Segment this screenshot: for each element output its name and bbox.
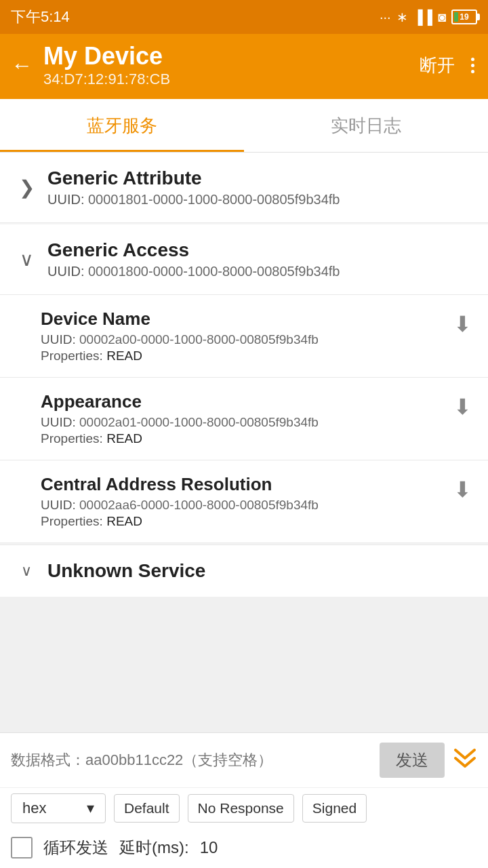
device-name-char-title: Device Name bbox=[41, 309, 319, 330]
service-generic-access: ∨ Generic Access UUID: 00001800-0000-100… bbox=[0, 224, 488, 543]
hex-format-label: hex bbox=[22, 800, 46, 817]
generic-attribute-info: Generic Attribute UUID: 00001801-0000-10… bbox=[47, 167, 340, 208]
download-central-address-button[interactable]: ⬇ bbox=[453, 477, 472, 502]
generic-access-uuid-value: 00001800-0000-1000-8000-00805f9b34fb bbox=[88, 264, 340, 279]
device-name: My Device bbox=[43, 42, 409, 71]
generic-access-name: Generic Access bbox=[47, 239, 340, 261]
chevron-down-icon: ∨ bbox=[16, 248, 37, 271]
chevron-right-icon: ❯ bbox=[16, 176, 37, 199]
appearance-char-uuid-value: 00002a01-0000-1000-8000-00805f9b34fb bbox=[79, 415, 319, 429]
device-name-char-uuid: UUID: 00002a00-0000-1000-8000-00805f9b34… bbox=[41, 332, 319, 347]
signal-dots-icon: ··· bbox=[380, 9, 391, 25]
uuid-label: UUID: bbox=[47, 192, 88, 207]
central-address-char-info: Central Address Resolution UUID: 00002aa… bbox=[41, 474, 319, 529]
signal-bars-icon: ▐▐ bbox=[413, 9, 432, 25]
chevron-double-down-icon bbox=[453, 749, 477, 768]
chevron-down-small-icon: ∨ bbox=[16, 562, 37, 580]
signed-option-button[interactable]: Signed bbox=[302, 794, 367, 823]
expand-button[interactable] bbox=[453, 748, 477, 773]
tab-realtime-log[interactable]: 实时日志 bbox=[244, 99, 488, 152]
generic-access-uuid: UUID: 00001800-0000-1000-8000-00805f9b34… bbox=[47, 264, 340, 279]
central-address-char-uuid: UUID: 00002aa6-0000-1000-8000-00805f9b34… bbox=[41, 498, 319, 513]
loop-row: 循环发送 延时(ms): 10 bbox=[0, 831, 488, 868]
download-device-name-button[interactable]: ⬇ bbox=[453, 311, 472, 337]
format-select[interactable]: hex ▾ bbox=[11, 793, 106, 823]
dropdown-arrow-icon: ▾ bbox=[87, 800, 94, 817]
delay-value: 10 bbox=[200, 838, 218, 857]
central-address-char-title: Central Address Resolution bbox=[41, 474, 319, 495]
loop-send-checkbox[interactable] bbox=[11, 837, 33, 859]
device-name-char-props: Properties: READ bbox=[41, 349, 319, 363]
more-dot bbox=[471, 70, 474, 73]
device-name-char-uuid-value: 00002a00-0000-1000-8000-00805f9b34fb bbox=[79, 332, 319, 347]
central-address-props-value: READ bbox=[106, 514, 142, 528]
unknown-service-info: Unknown Service bbox=[47, 560, 205, 582]
device-address: 34:D7:12:91:78:CB bbox=[43, 71, 409, 88]
no-response-option-button[interactable]: No Response bbox=[188, 794, 294, 823]
battery-fill bbox=[454, 12, 458, 22]
battery-level: 19 bbox=[460, 12, 468, 22]
tab-bar: 蓝牙服务 实时日志 bbox=[0, 99, 488, 153]
central-address-char-uuid-value: 00002aa6-0000-1000-8000-00805f9b34fb bbox=[79, 498, 319, 512]
service-unknown: ∨ Unknown Service bbox=[0, 545, 488, 597]
app-title-area: My Device 34:D7:12:91:78:CB bbox=[43, 42, 409, 88]
bluetooth-icon: ∗ bbox=[396, 9, 408, 25]
app-bar-actions: 断开 bbox=[420, 54, 477, 77]
back-button[interactable]: ← bbox=[11, 53, 33, 78]
service-unknown-header[interactable]: ∨ Unknown Service bbox=[0, 545, 488, 597]
status-icons: ··· ∗ ▐▐ ◙ 19 bbox=[380, 9, 477, 25]
device-name-props-value: READ bbox=[106, 349, 142, 363]
generic-access-info: Generic Access UUID: 00001800-0000-1000-… bbox=[47, 239, 340, 279]
send-button[interactable]: 发送 bbox=[380, 743, 445, 778]
status-time: 下午5:14 bbox=[11, 7, 70, 27]
service-generic-attribute-header[interactable]: ❯ Generic Attribute UUID: 00001801-0000-… bbox=[0, 153, 488, 223]
more-options-button[interactable] bbox=[468, 55, 477, 76]
more-dot bbox=[471, 64, 474, 67]
tab-bluetooth-services[interactable]: 蓝牙服务 bbox=[0, 99, 244, 152]
data-input[interactable] bbox=[11, 751, 371, 769]
device-name-char-info: Device Name UUID: 00002a00-0000-1000-800… bbox=[41, 309, 319, 363]
wifi-icon: ◙ bbox=[438, 9, 446, 25]
characteristic-central-address: Central Address Resolution UUID: 00002aa… bbox=[0, 460, 488, 543]
service-generic-attribute: ❯ Generic Attribute UUID: 00001801-0000-… bbox=[0, 153, 488, 223]
unknown-service-name: Unknown Service bbox=[47, 560, 205, 582]
appearance-char-info: Appearance UUID: 00002a01-0000-1000-8000… bbox=[41, 391, 319, 446]
generic-attribute-uuid-value: 00001801-0000-1000-8000-00805f9b34fb bbox=[88, 192, 340, 207]
service-generic-access-header[interactable]: ∨ Generic Access UUID: 00001800-0000-100… bbox=[0, 224, 488, 295]
appearance-char-uuid: UUID: 00002a01-0000-1000-8000-00805f9b34… bbox=[41, 415, 319, 430]
characteristic-device-name: Device Name UUID: 00002a00-0000-1000-800… bbox=[0, 295, 488, 378]
format-row: hex ▾ Default No Response Signed bbox=[0, 787, 488, 831]
appearance-props-value: READ bbox=[106, 431, 142, 446]
loop-send-label: 循环发送 bbox=[43, 837, 108, 859]
generic-attribute-name: Generic Attribute bbox=[47, 167, 340, 189]
characteristic-appearance: Appearance UUID: 00002a01-0000-1000-8000… bbox=[0, 378, 488, 460]
appearance-char-title: Appearance bbox=[41, 391, 319, 412]
bottom-input-area: 发送 hex ▾ Default No Response Signed 循环发送… bbox=[0, 732, 488, 868]
app-bar: ← My Device 34:D7:12:91:78:CB 断开 bbox=[0, 34, 488, 99]
generic-attribute-uuid: UUID: 00001801-0000-1000-8000-00805f9b34… bbox=[47, 192, 340, 208]
more-dot bbox=[471, 58, 474, 61]
battery-icon: 19 bbox=[451, 9, 477, 24]
central-address-char-props: Properties: READ bbox=[41, 514, 319, 529]
service-list: ❯ Generic Attribute UUID: 00001801-0000-… bbox=[0, 153, 488, 597]
input-row: 发送 bbox=[0, 733, 488, 787]
disconnect-button[interactable]: 断开 bbox=[420, 54, 455, 77]
status-bar: 下午5:14 ··· ∗ ▐▐ ◙ 19 bbox=[0, 0, 488, 34]
download-appearance-button[interactable]: ⬇ bbox=[453, 394, 472, 420]
delay-label: 延时(ms): bbox=[119, 837, 189, 859]
default-option-button[interactable]: Default bbox=[114, 794, 180, 823]
appearance-char-props: Properties: READ bbox=[41, 431, 319, 446]
